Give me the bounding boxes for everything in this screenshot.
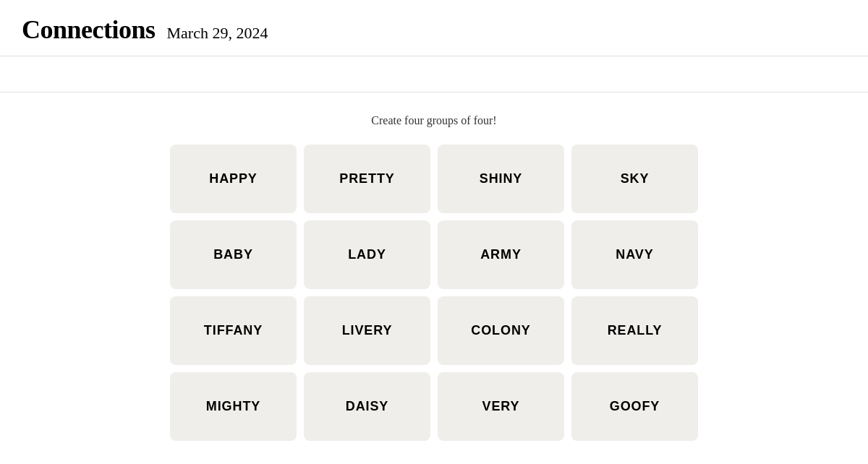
word-tile[interactable]: TIFFANY <box>170 296 297 365</box>
word-tile[interactable]: ARMY <box>438 220 564 289</box>
word-tile[interactable]: REALLY <box>571 296 698 365</box>
word-tile[interactable]: PRETTY <box>304 145 430 213</box>
word-grid: HAPPYPRETTYSHINYSKYBABYLADYARMYNAVYTIFFA… <box>170 145 698 441</box>
word-tile[interactable]: VERY <box>438 372 564 441</box>
word-tile[interactable]: DAISY <box>304 372 430 441</box>
word-tile[interactable]: LADY <box>304 220 430 289</box>
instructions-text: Create four groups of four! <box>371 114 496 127</box>
word-tile[interactable]: NAVY <box>571 220 698 289</box>
word-tile[interactable]: MIGHTY <box>170 372 297 441</box>
game-title: Connections <box>22 14 156 45</box>
word-tile[interactable]: HAPPY <box>170 145 297 213</box>
word-tile[interactable]: SKY <box>571 145 698 213</box>
word-tile[interactable]: SHINY <box>438 145 564 213</box>
sub-header-bar <box>0 56 868 93</box>
page-header: Connections March 29, 2024 <box>0 0 868 56</box>
word-tile[interactable]: BABY <box>170 220 297 289</box>
word-tile[interactable]: LIVERY <box>304 296 430 365</box>
word-tile[interactable]: COLONY <box>438 296 564 365</box>
word-tile[interactable]: GOOFY <box>571 372 698 441</box>
game-date: March 29, 2024 <box>167 24 268 43</box>
main-content: Create four groups of four! HAPPYPRETTYS… <box>0 93 868 463</box>
